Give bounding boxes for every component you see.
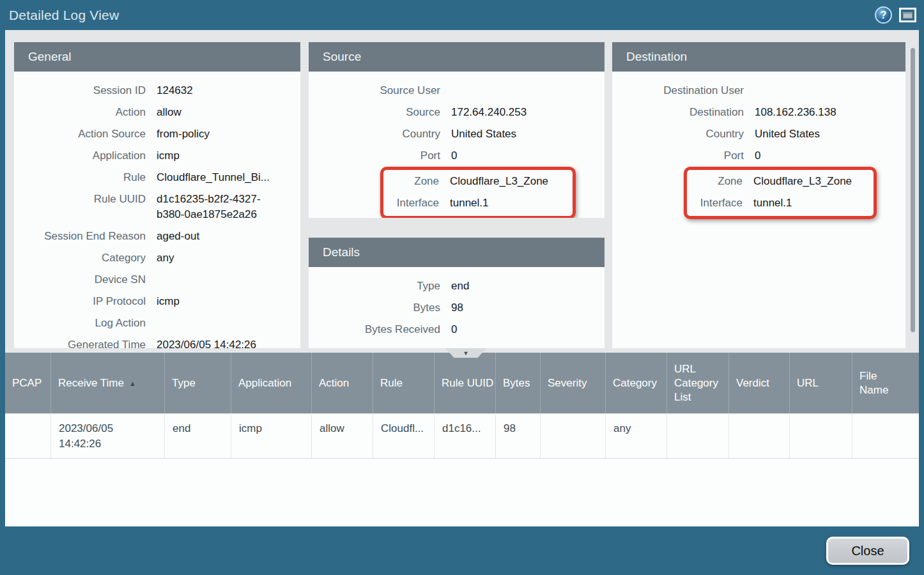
field-value: 98 <box>451 300 463 316</box>
col-header-label: Severity <box>548 376 587 390</box>
col-header-category[interactable]: Category <box>606 353 667 413</box>
general-panel-header: General <box>14 42 300 72</box>
field-row-rule-uuid: Rule UUIDd1c16235-b2f2-4327-b380-0ae1875… <box>14 188 300 226</box>
col-header-label: Rule <box>380 376 403 390</box>
field-value: aged-out <box>157 229 199 244</box>
dialog-title-bar: Detailed Log View ? <box>0 0 924 30</box>
field-value: tunnel.1 <box>450 195 489 211</box>
field-label: Destination <box>612 105 744 120</box>
field-row-country: CountryUnited States <box>309 123 604 145</box>
cell-url <box>790 415 852 458</box>
col-header-type[interactable]: Type <box>165 353 231 413</box>
col-header-rule-uuid[interactable]: Rule UUID <box>435 353 496 413</box>
field-row-bytes: Bytes98 <box>309 297 604 319</box>
field-row-source: Source172.64.240.253 <box>309 102 604 123</box>
field-row-destination-user: Destination User <box>612 80 905 102</box>
window-icon-inner <box>903 12 912 19</box>
table-body: 2023/06/05 14:42:26endicmpallowCloudfl..… <box>5 413 919 459</box>
cell-type: end <box>165 415 231 458</box>
col-header-label: Bytes <box>503 376 530 390</box>
chevron-down-icon: ▼ <box>463 350 469 356</box>
field-value: 124632 <box>157 83 193 98</box>
titlebar-icons: ? <box>875 6 916 24</box>
col-header-label: File Name <box>859 369 889 397</box>
cell-pcap <box>5 415 51 458</box>
field-label: Zone <box>383 174 439 189</box>
field-label: Bytes <box>309 300 440 316</box>
cell-file-name <box>852 415 919 458</box>
help-icon[interactable]: ? <box>875 6 892 24</box>
col-header-rule[interactable]: Rule <box>373 353 435 413</box>
field-row-device-sn: Device SN <box>14 269 300 291</box>
log-table-area: ▼ PCAPReceive Time▲TypeApplicationAction… <box>5 348 919 526</box>
col-header-receive-time[interactable]: Receive Time▲ <box>51 353 165 413</box>
col-header-file-name[interactable]: File Name <box>852 353 919 413</box>
dialog-footer: Close <box>0 526 924 575</box>
col-header-pcap[interactable]: PCAP <box>5 353 51 413</box>
field-value: icmp <box>157 294 180 309</box>
vertical-scrollbar-thumb[interactable] <box>911 48 915 332</box>
col-header-action[interactable]: Action <box>312 353 373 413</box>
table-row[interactable]: 2023/06/05 14:42:26endicmpallowCloudfl..… <box>5 413 919 459</box>
col-header-url-category-list[interactable]: URL Category List <box>667 353 729 413</box>
window-icon[interactable] <box>899 8 916 22</box>
field-label: Bytes Received <box>309 322 440 337</box>
field-row-rule: RuleCloudflare_Tunnel_Bi... <box>14 167 300 188</box>
col-header-bytes[interactable]: Bytes <box>496 353 541 413</box>
col-header-severity[interactable]: Severity <box>541 353 606 413</box>
field-label: Type <box>309 279 440 294</box>
field-label: Action Source <box>14 126 146 142</box>
field-label: Session End Reason <box>14 229 146 244</box>
field-row-log-action: Log Action <box>14 312 300 334</box>
field-row-action-source: Action Sourcefrom-policy <box>14 123 300 145</box>
field-row-interface: Interfacetunnel.1 <box>383 192 573 214</box>
field-row-zone: ZoneCloudflare_L3_Zone <box>383 171 573 192</box>
field-row-bytes-received: Bytes Received0 <box>309 319 604 341</box>
field-row-session-end-reason: Session End Reasonaged-out <box>14 226 300 247</box>
field-label: Port <box>612 148 744 164</box>
col-header-application[interactable]: Application <box>231 353 312 413</box>
field-row-destination: Destination108.162.236.138 <box>612 102 905 123</box>
field-value: tunnel.1 <box>753 195 792 211</box>
col-header-label: URL Category List <box>674 362 728 404</box>
table-header-row: PCAPReceive Time▲TypeApplicationActionRu… <box>5 353 919 413</box>
field-row-session-id: Session ID124632 <box>14 80 300 102</box>
field-value: d1c16235-b2f2-4327-b380-0ae1875e2a26 <box>157 192 281 222</box>
col-header-label: PCAP <box>12 376 42 390</box>
col-header-url[interactable]: URL <box>790 353 852 413</box>
col-header-verdict[interactable]: Verdict <box>729 353 790 413</box>
field-value: 0 <box>755 148 760 164</box>
details-panel-body: TypeendBytes98Bytes Received0 <box>309 267 604 348</box>
cell-verdict <box>729 415 790 458</box>
field-value: United States <box>451 126 516 142</box>
field-value: end <box>451 279 469 294</box>
field-value: allow <box>157 105 181 120</box>
field-label: Source <box>309 105 440 120</box>
field-row-action: Actionallow <box>14 102 300 123</box>
field-label: Country <box>612 126 744 142</box>
field-value: Cloudflare_L3_Zone <box>753 174 852 189</box>
field-value: 0 <box>451 322 457 337</box>
cell-category: any <box>606 415 667 458</box>
field-row-generated-time: Generated Time2023/06/05 14:42:26 <box>14 334 300 348</box>
red-highlight-box: ZoneCloudflare_L3_ZoneInterfacetunnel.1 <box>380 167 576 218</box>
col-header-label: Category <box>613 376 657 390</box>
source-panel-body: Source UserSource172.64.240.253CountryUn… <box>309 72 604 218</box>
col-header-label: Receive Time <box>58 376 124 390</box>
field-value: Cloudflare_L3_Zone <box>450 174 548 189</box>
cell-rule-uuid: d1c16... <box>435 415 496 458</box>
field-label: Interface <box>687 195 743 211</box>
general-panel-body: Session ID124632ActionallowAction Source… <box>14 72 300 348</box>
field-value: from-policy <box>157 126 210 142</box>
general-panel: General Session ID124632ActionallowActio… <box>14 42 300 348</box>
field-value: 0 <box>451 148 457 164</box>
col-header-label: URL <box>797 376 819 390</box>
field-label: Source User <box>309 83 440 98</box>
field-row-source-user: Source User <box>309 80 604 102</box>
red-highlight-box: ZoneCloudflare_L3_ZoneInterfacetunnel.1 <box>684 167 877 219</box>
destination-panel-body: Destination UserDestination108.162.236.1… <box>612 72 905 348</box>
field-value: icmp <box>157 148 180 164</box>
field-label: Rule UUID <box>14 192 146 222</box>
close-button[interactable]: Close <box>826 537 909 565</box>
details-panel-header: Details <box>309 238 604 267</box>
